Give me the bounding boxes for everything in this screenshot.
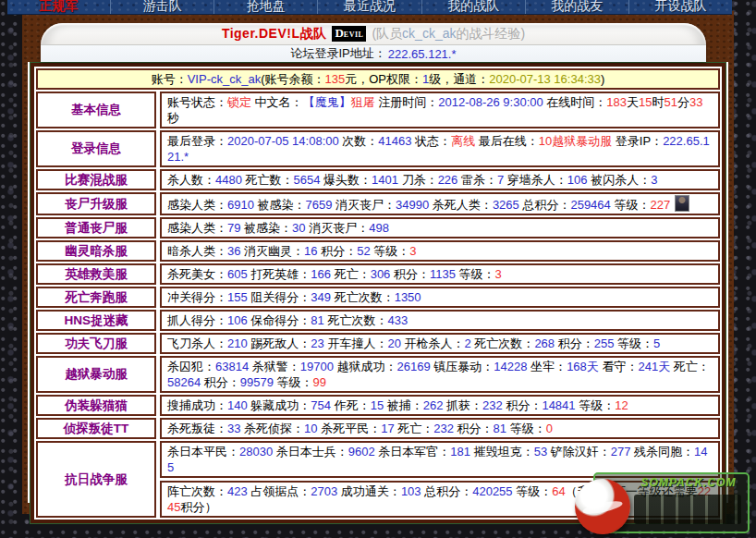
stat-key: 杀死侦探： [240, 422, 304, 435]
stat-value: 1350 [395, 290, 421, 304]
stat-value: 168天 [567, 360, 599, 373]
stat-key: 杀死叛徒： [167, 422, 227, 435]
stat-value: 0 [546, 422, 553, 435]
stat-key: 积分： [390, 267, 430, 281]
stat-value: 605 [227, 267, 248, 281]
stat-cell: 搜捕成功：140 躲藏成功：754 作死：15 被捕：262 抓获：232 积分… [160, 395, 720, 416]
stat-cell: 杀人数：4480 死亡数：5654 爆头数：1401 刀杀：226 雷杀：7 穿… [160, 169, 720, 190]
stat-value: 420255 [472, 484, 512, 498]
stat-value: 53 [534, 445, 547, 459]
nav-item-6[interactable]: 我的战友 [526, 0, 629, 15]
stat-key: 登录IP： [612, 134, 663, 148]
stat-key: 杀日本平民： [167, 445, 239, 459]
watermark-logo-icon [575, 479, 630, 534]
stat-value: 227 [650, 198, 670, 212]
stat-cell: 飞刀杀人：210 踢死敌人：23 开车撞人：20 开枪杀人：2 死亡次数：268… [160, 333, 720, 354]
stat-value: 2020-07-05 14:08:00 [227, 134, 339, 148]
stat-key: 雷杀： [457, 173, 497, 187]
stat-key: 被感染： [240, 221, 292, 235]
stat-key: 秒 [167, 111, 179, 125]
stat-key: 元，OP权限： [345, 72, 422, 86]
stat-value: 255 [594, 336, 615, 350]
stat-key: 躲藏成功： [248, 398, 311, 412]
stat-value: 277 [611, 445, 631, 459]
row-label: 比赛混战服 [36, 169, 156, 190]
nav-item-5[interactable]: 我的战队 [422, 0, 526, 15]
stat-key: 消灭丧尸： [332, 198, 396, 212]
stat-key: 最后登录： [167, 134, 227, 148]
stat-value: 30 [292, 221, 305, 235]
stat-key: 杀日本士兵： [273, 445, 348, 459]
stat-key: 消灭丧尸： [306, 221, 370, 235]
stat-value: 9602 [348, 445, 375, 459]
stat-value: 259464 [570, 198, 610, 212]
stat-key: 成功通关： [337, 484, 401, 498]
row-content: 抓人得分：106 保命得分：81 死亡次数：433 [160, 310, 720, 331]
stat-value: 1401 [372, 173, 398, 187]
nav-item-2[interactable]: 游击队 [111, 0, 214, 15]
stat-row: 越狱暴动服杀囚犯：63814 杀狱警：19700 越狱成功：26169 镇压暴动… [36, 356, 720, 393]
stat-key: 级，通道： [429, 72, 489, 86]
stat-key: 死亡次数： [331, 290, 395, 304]
stat-key: 阻关得分： [248, 290, 311, 304]
stat-key: 冲关得分： [167, 290, 227, 304]
stat-value: 64 [552, 484, 565, 498]
stat-key: 状态： [412, 134, 452, 148]
stat-row: 伪装躲猫猫搜捕成功：140 躲藏成功：754 作死：15 被捕：262 抓获：2… [36, 395, 720, 416]
row-content: 杀囚犯：63814 杀狱警：19700 越狱成功：26169 镇压暴动：1422… [160, 356, 720, 393]
stat-cell: 冲关得分：155 阻关得分：349 死亡次数：1350 [160, 287, 720, 308]
stat-key: 死亡： [670, 360, 710, 373]
stat-value: 754 [311, 398, 331, 412]
stat-value: 17 [381, 422, 394, 435]
forum-ip-line: 论坛登录IP地址： 222.65.121.* [41, 45, 706, 62]
top-navbar: 正规军游击队抢地盘最近战况我的战队我的战友开设战队 [7, 0, 732, 15]
row-label: 伪装躲猫猫 [36, 395, 156, 416]
stat-key: 杀死美女： [167, 267, 227, 281]
stat-key: 总积分： [421, 484, 473, 498]
watermark-text: SOMPACK.COM [632, 476, 745, 489]
row-label: 普通丧尸服 [36, 217, 156, 238]
nav-item-1[interactable]: 正规军 [7, 0, 111, 15]
devil-logo-icon: DEVIL [332, 26, 366, 42]
stat-row: 侦探叛徒TT杀死叛徒：33 杀死侦探：10 杀死平民：17 死亡：232 积分：… [36, 418, 720, 439]
nav-item-7[interactable]: 开设战队 [629, 0, 732, 15]
stat-key: 等级： [576, 398, 616, 412]
row-content: 账号状态：锁定 中文名：【魔鬼】狙屠 注册时间：2012-08-26 9:30:… [160, 92, 720, 128]
row-content: 感染人类：79 被感染：30 消灭丧尸：498 [160, 217, 720, 238]
stat-value: 3 [495, 267, 502, 281]
nav-item-4[interactable]: 最近战况 [318, 0, 421, 15]
stat-value: 33 [227, 422, 240, 435]
stat-value: 3265 [493, 198, 519, 212]
stat-value: 155 [227, 290, 248, 304]
stat-key: 账号状态： [167, 95, 227, 109]
nav-item-3[interactable]: 抢地盘 [214, 0, 318, 15]
stat-value: 210 [227, 336, 248, 350]
stat-value: 268 [534, 336, 555, 350]
stat-key: 杀死人类： [429, 198, 493, 212]
stat-value: 3 [409, 244, 416, 258]
stat-value: 2012-08-26 9:30:00 [438, 95, 543, 109]
stat-value: 232 [482, 398, 503, 412]
stat-value: 5 [653, 336, 660, 350]
stat-value: 锁定 [227, 95, 251, 109]
stat-value: 103 [401, 484, 421, 498]
stat-cell: 杀死美女：605 打死英雄：166 死亡：306 积分：1135 等级：3 [160, 263, 720, 285]
stat-key: 铲除汉奸： [547, 445, 611, 459]
stat-key: 死亡： [395, 422, 434, 435]
stat-row: 普通丧尸服感染人类：79 被感染：30 消灭丧尸：498 [36, 217, 720, 238]
page-subtitle: (队员ck_ck_ak的战斗经验) [372, 26, 525, 43]
row-label: 基本信息 [36, 92, 156, 128]
stat-value: 166 [311, 267, 331, 281]
stat-row: 丧尸升级服感染人类：6910 被感染：7659 消灭丧尸：34990 杀死人类：… [36, 192, 720, 215]
row-content: 飞刀杀人：210 踢死敌人：23 开车撞人：20 开枪杀人：2 死亡次数：268… [160, 333, 720, 354]
stat-value: 23 [311, 336, 323, 350]
header-panel: Tiger.DEV!L战队 DEVIL (队员ck_ck_ak的战斗经验) 论坛… [41, 23, 706, 62]
stat-key: 天 [627, 95, 639, 109]
stat-key: 杀囚犯： [167, 360, 215, 373]
account-row: 账号：VIP-ck_ck_ak(账号余额：135元，OP权限：1级，通道：202… [36, 68, 720, 90]
stat-key: 积分： [318, 244, 358, 258]
stat-value: 241天 [638, 360, 670, 373]
stat-key: 等级： [274, 375, 313, 389]
stat-value: 36 [227, 244, 240, 258]
stat-value: 226 [438, 173, 458, 187]
